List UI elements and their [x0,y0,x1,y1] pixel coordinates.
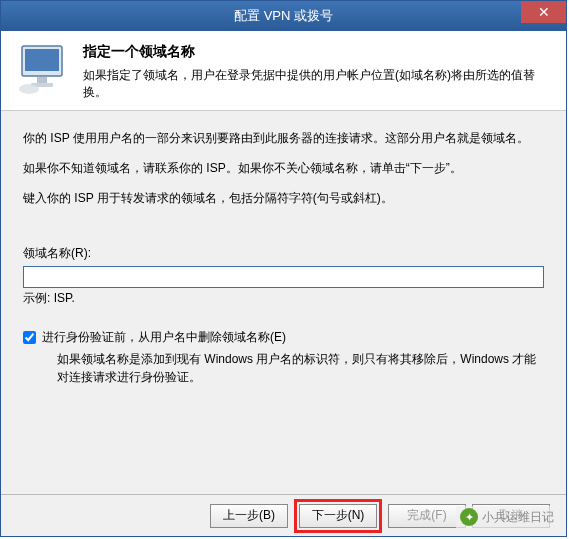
remove-realm-description: 如果领域名称是添加到现有 Windows 用户名的标识符，则只有将其移除后，Wi… [57,350,544,386]
svg-point-4 [19,84,39,94]
info-paragraph-2: 如果你不知道领域名，请联系你的 ISP。如果你不关心领域名称，请单击“下一步”。 [23,159,544,177]
close-button[interactable]: ✕ [521,1,566,23]
watermark: ✦ 小兵运维日记 [456,506,558,528]
dialog-window: 配置 VPN 或拨号 ✕ 指定一个领域名称 如果指定了领域名，用户在登录凭据中提… [0,0,567,537]
content-area: 你的 ISP 使用用户名的一部分来识别要路由到此服务器的连接请求。这部分用户名就… [1,111,566,396]
info-paragraph-1: 你的 ISP 使用用户名的一部分来识别要路由到此服务器的连接请求。这部分用户名就… [23,129,544,147]
titlebar: 配置 VPN 或拨号 ✕ [1,1,566,31]
monitor-icon [19,43,69,95]
watermark-text: 小兵运维日记 [482,509,554,526]
finish-button: 完成(F) [388,504,466,528]
next-button[interactable]: 下一步(N) [299,504,377,528]
realm-name-input[interactable] [23,266,544,288]
header-text: 指定一个领域名称 如果指定了领域名，用户在登录凭据中提供的用户帐户位置(如域名称… [83,43,548,98]
next-button-highlight: 下一步(N) [294,499,382,533]
remove-realm-checkbox[interactable] [23,331,36,344]
remove-realm-label[interactable]: 进行身份验证前，从用户名中删除领域名称(E) [42,329,286,346]
window-title: 配置 VPN 或拨号 [234,7,333,25]
page-title: 指定一个领域名称 [83,43,548,61]
back-button[interactable]: 上一步(B) [210,504,288,528]
info-paragraph-3: 键入你的 ISP 用于转发请求的领域名，包括分隔符字符(句号或斜杠)。 [23,189,544,207]
svg-rect-1 [25,49,59,71]
svg-rect-2 [37,77,47,83]
remove-realm-checkbox-row: 进行身份验证前，从用户名中删除领域名称(E) [23,329,544,346]
close-icon: ✕ [538,4,550,20]
wechat-icon: ✦ [460,508,478,526]
realm-name-label: 领域名称(R): [23,245,544,262]
header-panel: 指定一个领域名称 如果指定了领域名，用户在登录凭据中提供的用户帐户位置(如域名称… [1,31,566,111]
page-description: 如果指定了领域名，用户在登录凭据中提供的用户帐户位置(如域名称)将由所选的值替换… [83,67,548,101]
realm-example-text: 示例: ISP. [23,290,544,307]
